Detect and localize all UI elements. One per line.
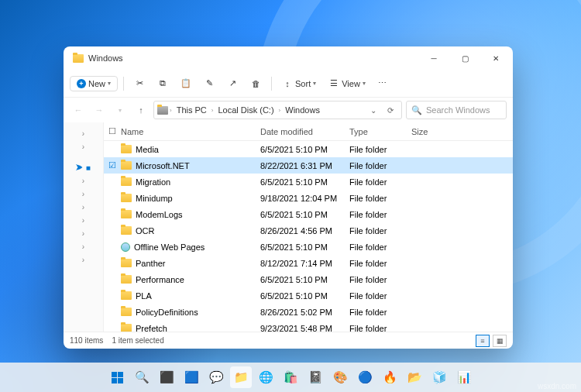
search-icon: 🔍	[411, 105, 422, 115]
taskbar-store[interactable]: 🛍️	[280, 366, 301, 388]
taskbar-search[interactable]: 🔍	[131, 366, 153, 388]
column-date[interactable]: Date modified	[260, 127, 349, 136]
delete-button[interactable]: 🗑	[246, 75, 266, 92]
file-row[interactable]: Panther 8/12/2021 7:14 PM File folder	[104, 255, 513, 271]
rename-button[interactable]: ✎	[199, 75, 219, 92]
more-button[interactable]: ⋯	[373, 75, 391, 91]
file-name: Minidump	[136, 194, 173, 203]
paste-button[interactable]: 📋	[176, 75, 196, 92]
drive-icon	[157, 106, 168, 115]
titlebar[interactable]: Windows ─ ▢ ✕	[64, 46, 513, 70]
file-row[interactable]: Migration 6/5/2021 5:10 PM File folder	[104, 174, 513, 190]
breadcrumb-drive[interactable]: Local Disk (C:)	[215, 104, 277, 116]
file-name: Prefetch	[136, 324, 167, 332]
file-name: OCR	[136, 226, 154, 236]
column-size[interactable]: Size	[411, 127, 458, 136]
maximize-button[interactable]: ▢	[449, 46, 480, 70]
column-name[interactable]: Name	[121, 127, 260, 136]
minimize-button[interactable]: ─	[418, 46, 449, 70]
share-button[interactable]: ↗	[222, 75, 242, 92]
refresh-button[interactable]: ⟳	[383, 106, 398, 115]
explorer-window: Windows ─ ▢ ✕ + New ▾ ✂ ⧉ 📋 ✎ ↗ 🗑 ↕ Sort…	[64, 46, 513, 349]
copy-button[interactable]: ⧉	[153, 75, 173, 92]
folder-icon	[121, 259, 132, 267]
taskbar-app5[interactable]: 📂	[404, 366, 425, 388]
taskbar-widgets[interactable]: 🟦	[180, 366, 202, 388]
window-title: Windows	[88, 53, 123, 63]
breadcrumb-dropdown[interactable]: ⌄	[366, 106, 381, 115]
file-row[interactable]: ModemLogs 6/5/2021 5:10 PM File folder	[104, 206, 513, 222]
breadcrumb[interactable]: › This PC › Local Disk (C:) › Windows ⌄ …	[153, 101, 402, 119]
file-name: Panther	[136, 259, 166, 268]
start-button[interactable]	[106, 366, 128, 388]
new-button[interactable]: + New ▾	[70, 76, 118, 91]
file-date: 6/5/2021 5:10 PM	[260, 275, 349, 284]
folder-icon	[121, 308, 132, 316]
file-type: File folder	[349, 324, 411, 332]
ellipsis-icon: ⋯	[378, 78, 387, 88]
file-row[interactable]: Microsoft.NET 8/22/2021 6:31 PM File fol…	[104, 157, 513, 174]
taskbar-app4[interactable]: 🔥	[379, 366, 401, 388]
sort-icon: ↕	[282, 78, 293, 89]
file-date: 6/5/2021 5:10 PM	[260, 177, 349, 187]
file-type: File folder	[349, 275, 411, 284]
file-date: 9/18/2021 12:04 PM	[260, 194, 349, 203]
taskbar-app3[interactable]: 🔵	[354, 366, 376, 388]
file-type: File folder	[349, 145, 411, 154]
back-button[interactable]: ←	[70, 101, 87, 119]
taskbar-explorer[interactable]: 📁	[230, 366, 252, 388]
view-button[interactable]: ☰ View ▾	[324, 75, 370, 92]
folder-icon	[121, 145, 132, 153]
address-bar: ← → ▾ ↑ › This PC › Local Disk (C:) › Wi…	[64, 98, 513, 122]
file-row[interactable]: PLA 6/5/2021 5:10 PM File folder	[104, 287, 513, 304]
sort-button[interactable]: ↕ Sort ▾	[277, 75, 321, 92]
folder-icon	[121, 161, 132, 170]
taskbar-app2[interactable]: 🎨	[329, 366, 351, 388]
file-name: Offline Web Pages	[134, 242, 205, 252]
breadcrumb-thispc[interactable]: This PC	[174, 104, 210, 116]
folder-icon	[121, 194, 132, 202]
taskbar-chat[interactable]: 💬	[205, 366, 227, 388]
share-icon: ↗	[227, 78, 238, 89]
file-type: File folder	[349, 242, 411, 252]
column-type[interactable]: Type	[349, 127, 411, 136]
forward-button[interactable]: →	[91, 101, 108, 119]
rename-icon: ✎	[204, 78, 215, 89]
select-all-checkbox[interactable]: ☐	[108, 126, 121, 136]
details-view-button[interactable]: ≡	[476, 335, 490, 347]
file-date: 8/12/2021 7:14 PM	[260, 259, 349, 268]
file-row[interactable]: Prefetch 9/23/2021 5:48 PM File folder	[104, 320, 513, 332]
close-button[interactable]: ✕	[480, 46, 511, 70]
cut-button[interactable]: ✂	[129, 75, 150, 92]
taskbar-taskview[interactable]: ⬛	[156, 366, 177, 388]
toolbar: + New ▾ ✂ ⧉ 📋 ✎ ↗ 🗑 ↕ Sort ▾ ☰ View ▾ ⋯	[64, 70, 513, 98]
folder-icon	[121, 275, 132, 284]
icons-view-button[interactable]: ▦	[493, 335, 507, 347]
file-row[interactable]: PolicyDefinitions 8/26/2021 5:02 PM File…	[104, 304, 513, 320]
navigation-pane[interactable]: ›› ⮞ ■ ››› ››› ›	[64, 122, 104, 332]
file-row[interactable]: OCR 8/26/2021 4:56 PM File folder	[104, 222, 513, 239]
file-date: 6/5/2021 5:10 PM	[260, 210, 349, 219]
file-date: 8/22/2021 6:31 PM	[260, 161, 349, 170]
search-input[interactable]: 🔍 Search Windows	[406, 101, 507, 119]
file-date: 6/5/2021 5:10 PM	[260, 242, 349, 252]
window-icon	[73, 54, 84, 63]
file-type: File folder	[349, 177, 411, 187]
file-date: 8/26/2021 5:02 PM	[260, 308, 349, 317]
taskbar-app7[interactable]: 📊	[453, 366, 475, 388]
scissors-icon: ✂	[134, 78, 145, 89]
up-button[interactable]: ↑	[132, 101, 150, 119]
chevron-down-icon: ▾	[313, 80, 316, 87]
taskbar-app1[interactable]: 📓	[304, 366, 326, 388]
file-type: File folder	[349, 308, 411, 317]
file-row[interactable]: Offline Web Pages 6/5/2021 5:10 PM File …	[104, 239, 513, 255]
taskbar-app6[interactable]: 🧊	[428, 366, 450, 388]
file-row[interactable]: Minidump 9/18/2021 12:04 PM File folder	[104, 190, 513, 206]
taskbar-edge[interactable]: 🌐	[255, 366, 277, 388]
item-count: 110 items	[70, 336, 103, 345]
file-row[interactable]: Performance 6/5/2021 5:10 PM File folder	[104, 271, 513, 287]
folder-icon	[121, 177, 132, 186]
file-row[interactable]: Media 6/5/2021 5:10 PM File folder	[104, 141, 513, 157]
history-dropdown[interactable]: ▾	[112, 101, 129, 119]
breadcrumb-folder[interactable]: Windows	[282, 104, 323, 116]
